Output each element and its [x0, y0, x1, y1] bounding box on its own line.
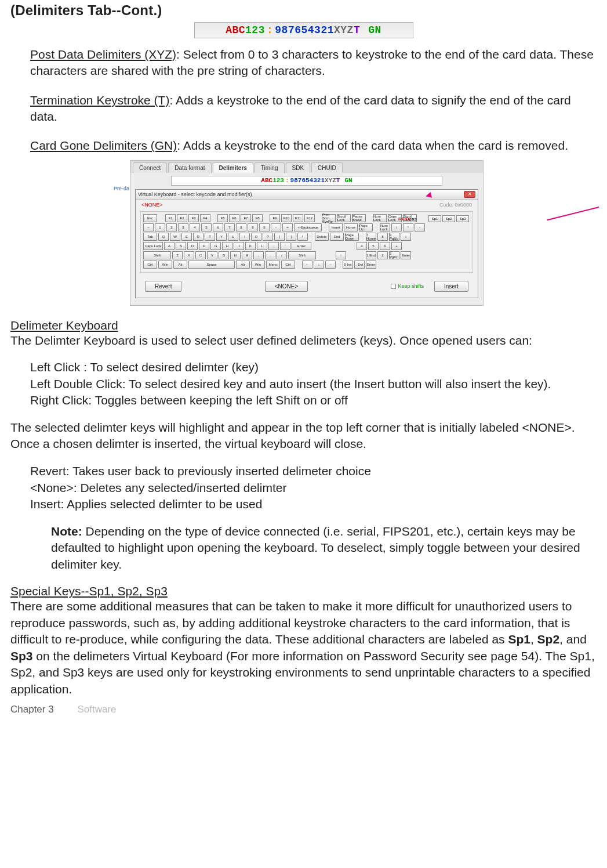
keyboard-key[interactable]: Page Up — [359, 223, 373, 232]
keyboard-key[interactable]: . — [265, 251, 275, 259]
keyboard-key[interactable]: ' — [280, 242, 290, 250]
keyboard-key[interactable]: Tab — [143, 233, 157, 241]
keyboard-key[interactable]: 7 Home — [366, 233, 376, 241]
keyboard-key[interactable]: Enter — [292, 242, 311, 250]
keyboard-key[interactable]: + — [391, 242, 402, 250]
keyboard-key[interactable]: F — [199, 242, 209, 250]
sp3-key[interactable]: Sp3 — [456, 215, 469, 222]
keyboard-key[interactable]: 9 — [248, 223, 258, 232]
keyboard-key[interactable]: \ — [297, 233, 308, 241]
tab-connect[interactable]: Connect — [133, 162, 167, 173]
keyboard-key[interactable]: A — [164, 242, 175, 250]
keyboard-key[interactable]: O — [251, 233, 261, 241]
keyboard-key[interactable]: 3 PgDn — [389, 251, 399, 259]
keyboard-key[interactable]: ← — [302, 261, 312, 269]
keyboard-key[interactable]: 0 Ins — [343, 261, 353, 269]
keyboard-key[interactable]: 8 — [377, 233, 388, 241]
keyboard-key[interactable]: F3 — [188, 214, 199, 222]
tab-data-format[interactable]: Data format — [168, 162, 211, 173]
keyboard-key[interactable]: . Del — [354, 261, 365, 269]
keyboard-key[interactable]: Page Down — [345, 233, 359, 241]
sp2-key[interactable]: Sp2 — [442, 215, 455, 222]
keyboard-key[interactable]: Num Lock — [373, 214, 387, 222]
insert-button[interactable]: Insert — [434, 281, 468, 292]
keyboard-key[interactable]: L — [257, 242, 267, 250]
keyboard-key[interactable]: Menu — [266, 261, 280, 269]
keyboard-key[interactable]: X — [184, 251, 194, 259]
keyboard-key[interactable]: 4 — [357, 242, 367, 250]
sp1-key[interactable]: Sp1 — [428, 215, 441, 222]
tab-chuid[interactable]: CHUID — [311, 162, 343, 173]
keyboard-key[interactable]: T — [205, 233, 215, 241]
keyboard-key[interactable]: V — [207, 251, 217, 259]
close-icon[interactable]: ✕ — [464, 191, 475, 198]
keyboard-key[interactable]: = — [282, 223, 293, 232]
keyboard-key[interactable]: Delete — [315, 233, 329, 241]
keyboard-key[interactable]: Y — [216, 233, 227, 241]
keyboard-key[interactable]: F4 — [200, 214, 210, 222]
keyboard-key[interactable]: - — [271, 223, 281, 232]
keyboard-key[interactable]: F2 — [177, 214, 187, 222]
keyboard-key[interactable]: Alt — [236, 261, 250, 269]
keyboard-key[interactable]: ] — [286, 233, 296, 241]
keyboard-key[interactable]: 9 PgUp — [389, 233, 399, 241]
keyboard-key[interactable]: Scroll Lock — [337, 214, 351, 222]
keyboard-key[interactable]: Q — [158, 233, 169, 241]
keyboard-key[interactable]: U — [228, 233, 238, 241]
keyboard-key[interactable]: 5 — [201, 223, 212, 232]
keyboard-key[interactable]: Z — [172, 251, 183, 259]
keyboard-key[interactable]: K — [245, 242, 256, 250]
keyboard-key[interactable]: 0 — [259, 223, 270, 232]
none-button[interactable]: <NONE> — [265, 281, 308, 292]
keyboard-key[interactable]: Space — [188, 261, 235, 269]
keyboard-key[interactable]: 6 — [380, 242, 390, 250]
keyboard-key[interactable]: N — [230, 251, 241, 259]
keyboard-key[interactable]: Insert — [329, 223, 343, 232]
keyboard-key[interactable]: R — [193, 233, 203, 241]
keyboard-key[interactable]: P — [263, 233, 273, 241]
keyboard-key[interactable]: 1 End — [366, 251, 376, 259]
keyboard-key[interactable]: Pause Break — [352, 214, 366, 222]
keyboard-key[interactable]: F11 — [293, 214, 303, 222]
keyboard-key[interactable]: Shift — [288, 251, 316, 259]
keyboard-key[interactable]: [ — [274, 233, 285, 241]
keyboard-key[interactable]: 6 — [213, 223, 223, 232]
keyboard-key[interactable]: ~ — [143, 223, 154, 232]
keyboard-key[interactable]: Print Scrn SysRq — [322, 214, 336, 222]
keyboard-key[interactable]: / — [277, 251, 287, 259]
keyboard-key[interactable]: * — [403, 223, 413, 232]
keyboard-key[interactable]: 2 — [166, 223, 177, 232]
keyboard-key[interactable]: W — [170, 233, 180, 241]
keyboard-key[interactable]: 2 — [377, 251, 388, 259]
keyboard-key[interactable]: Num Lock — [380, 223, 390, 232]
keyboard-key[interactable]: <-Backspace — [294, 223, 322, 232]
keyboard-key[interactable]: ↑ — [336, 251, 346, 259]
tab-timing[interactable]: Timing — [255, 162, 285, 173]
keyboard-key[interactable]: / — [391, 223, 402, 232]
keyboard-key[interactable]: 1 — [155, 223, 165, 232]
keyboard-key[interactable]: → — [325, 261, 336, 269]
keyboard-key[interactable]: , — [253, 251, 264, 259]
keyboard-key[interactable]: 3 — [178, 223, 188, 232]
keyboard-key[interactable]: 5 — [368, 242, 379, 250]
keyboard-key[interactable]: + — [401, 233, 411, 241]
keyboard-key[interactable]: F7 — [241, 214, 251, 222]
keyboard-key[interactable]: Win — [251, 261, 265, 269]
tab-delimiters[interactable]: Delimiters — [213, 162, 253, 173]
keyboard-key[interactable]: B — [219, 251, 229, 259]
keyboard-key[interactable]: J — [234, 242, 244, 250]
keyboard-key[interactable]: - — [415, 223, 425, 232]
keyboard-key[interactable]: Shift — [143, 251, 171, 259]
keyboard-key[interactable]: D — [187, 242, 198, 250]
tab-sdk[interactable]: SDK — [286, 162, 311, 173]
keyboard-key[interactable]: F1 — [165, 214, 176, 222]
keyboard-key[interactable]: F8 — [252, 214, 263, 222]
keyboard-key[interactable]: Alt — [173, 261, 187, 269]
keyboard-key[interactable]: 4 — [190, 223, 200, 232]
keyboard-key[interactable]: 8 — [236, 223, 246, 232]
keyboard-key[interactable]: Home — [344, 223, 358, 232]
keyboard-key[interactable]: H — [222, 242, 232, 250]
keyboard-key[interactable]: F5 — [217, 214, 228, 222]
keyboard-key[interactable]: G — [210, 242, 221, 250]
keyboard-key[interactable]: F10 — [281, 214, 292, 222]
